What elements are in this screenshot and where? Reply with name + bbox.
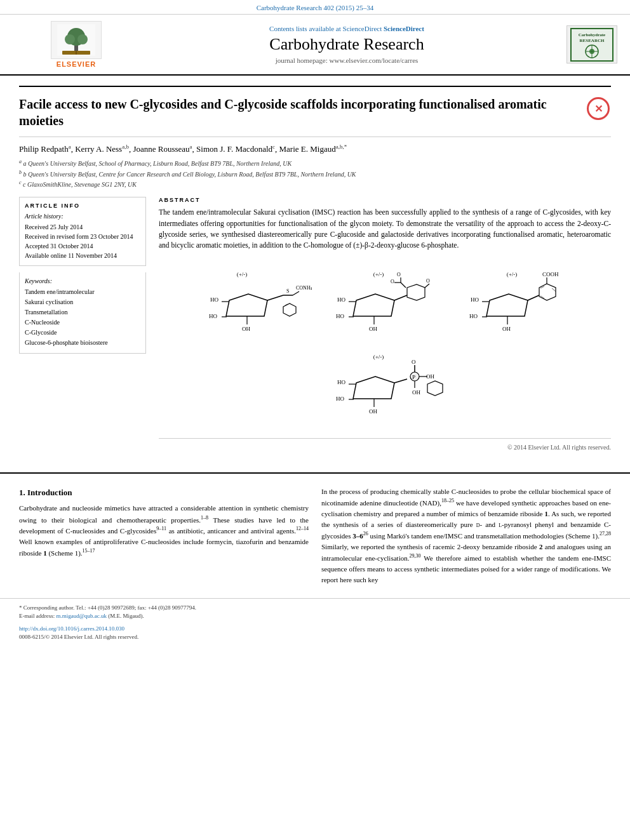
svg-text:OH: OH (369, 326, 377, 332)
journal-citation: Carbohydrate Research 402 (2015) 25–34 (257, 4, 374, 11)
email-label: E-mail address: (19, 613, 55, 619)
affil-text-a: a Queen's University Belfast, School of … (23, 161, 292, 168)
article-info-column: ARTICLE INFO Article history: Received 2… (19, 197, 146, 456)
journal-title: Carbohydrate Research (140, 35, 554, 54)
affil-ab: a,b (122, 143, 129, 150)
svg-line-45 (425, 284, 429, 288)
sup-c: c (19, 180, 22, 185)
affiliation-a: a a Queen's University Belfast, School o… (19, 158, 611, 168)
structure-3: (+/-) HO HO OH (455, 267, 582, 343)
sciencedirect-text: Contents lists available at ScienceDirec… (140, 25, 554, 32)
svg-text:OH: OH (502, 326, 511, 332)
svg-text:O: O (391, 279, 394, 284)
article-info-abstract-layout: ARTICLE INFO Article history: Received 2… (19, 197, 611, 456)
affiliation-c: c c GlaxoSmithKline, Stevenage SG1 2NY, … (19, 179, 611, 189)
affil-c: c (272, 143, 275, 150)
abstract-header: ABSTRACT (159, 197, 611, 203)
journal-homepage: journal homepage: www.elsevier.com/locat… (140, 57, 554, 64)
svg-marker-48 (486, 294, 528, 316)
corresponding-note: * Corresponding author. Tel.: +44 (0)28 … (19, 604, 196, 611)
email-link[interactable]: m.migaud@qub.ac.uk (56, 613, 107, 619)
svg-text:(+/-): (+/-) (237, 271, 248, 277)
article-title: Facile access to new C-glycosides and C-… (19, 96, 586, 129)
author-simon: Simon J. F. Macdonald (196, 144, 272, 154)
crossmark-logo[interactable]: ✕ (586, 96, 611, 121)
ref-27-28: 27,28 (600, 531, 611, 537)
svg-text:HO: HO (337, 297, 345, 303)
ref-26: 26 (363, 531, 368, 537)
svg-marker-56 (539, 284, 556, 300)
body-left-col: 1. Introduction Carbohydrate and nucleos… (19, 486, 309, 585)
journal-center-info: Contents lists available at ScienceDirec… (140, 25, 554, 64)
l-text: l (499, 521, 502, 528)
svg-text:HO: HO (469, 313, 478, 319)
svg-line-23 (267, 295, 283, 300)
compound-2: 2 (539, 543, 543, 550)
svg-text:HO: HO (209, 313, 217, 319)
article-info-header: ARTICLE INFO (25, 203, 140, 209)
svg-text:OH: OH (242, 326, 250, 332)
svg-line-58 (552, 288, 556, 291)
article-info-box: ARTICLE INFO Article history: Received 2… (19, 197, 146, 266)
corresponding-star: * (344, 143, 347, 150)
abstract-column: ABSTRACT The tandem ene/intramolecular S… (159, 197, 611, 456)
abstract-section: ABSTRACT The tandem ene/intramolecular S… (159, 197, 611, 251)
structure-4: (+/-) HO HO OH P OH (321, 349, 448, 425)
kw-cglycoside: C-Glycoside (25, 328, 140, 338)
author-joanne: Joanne Rousseau (133, 144, 189, 154)
ref-12-14: 12–14 (296, 526, 309, 531)
svg-text:O: O (397, 272, 401, 277)
elsevier-logo: ELSEVIER (13, 21, 140, 68)
history-received: Received 25 July 2014 (25, 222, 140, 232)
svg-text:HO: HO (336, 396, 344, 402)
ref-29-30: 29,30 (409, 553, 420, 559)
svg-marker-16 (226, 294, 267, 316)
elsevier-brand-text: ELSEVIER (57, 60, 96, 68)
svg-point-3 (65, 34, 75, 44)
affil-a: a (69, 143, 71, 150)
cr-logo-svg: Carbohydrate RESEARCH (570, 27, 614, 62)
kw-transmetallation: Transmetallation (25, 307, 140, 317)
footer: * Corresponding author. Tel.: +44 (0)28 … (0, 598, 630, 647)
svg-text:P: P (412, 374, 415, 380)
affil-text-c: c GlaxoSmithKline, Stevenage SG1 2NY, UK (23, 181, 137, 188)
kw-sakurai: Sakurai cyclisation (25, 297, 140, 307)
svg-text:(+/-): (+/-) (373, 354, 384, 360)
keywords-box: Keywords: Tandem ene/intramolecular Saku… (19, 272, 146, 354)
doi-footnote: http://dx.doi.org/10.1016/j.carres.2014.… (19, 625, 611, 634)
compounds-3-6: 3–6 (352, 532, 363, 540)
svg-line-40 (401, 283, 406, 288)
author-kerry: Kerry A. Ness (75, 144, 122, 154)
email-person: (M.E. Migaud). (108, 613, 144, 619)
history-accepted: Accepted 31 October 2014 (25, 241, 140, 251)
structure-3-svg: (+/-) HO HO OH (458, 269, 579, 342)
svg-text:OH: OH (426, 373, 434, 380)
history-revised: Received in revised form 23 October 2014 (25, 232, 140, 241)
compound-1b: 1 (544, 510, 548, 517)
ref-18-25: 18–25 (441, 498, 454, 503)
affil-a2: a (190, 143, 192, 150)
sup-b: b (19, 170, 22, 175)
email-footnote: E-mail address: m.migaud@qub.ac.uk (M.E.… (19, 612, 611, 621)
paper-body: 1. Introduction Carbohydrate and nucleos… (0, 480, 630, 597)
authors-line: Philip Redpatha, Kerry A. Nessa,b, Joann… (19, 143, 611, 154)
svg-line-70 (394, 379, 407, 383)
doi-link[interactable]: http://dx.doi.org/10.1016/j.carres.2014.… (19, 625, 124, 632)
svg-text:CONH₂: CONH₂ (296, 285, 312, 291)
keywords-label: Keywords: (25, 277, 140, 284)
svg-text:OH: OH (369, 408, 377, 415)
affil-text-b: b Queen's University Belfast, Centre for… (23, 171, 356, 178)
kw-tandem: Tandem ene/intramolecular (25, 287, 140, 297)
history-available-online: Available online 11 November 2014 (25, 251, 140, 260)
sciencedirect-brand[interactable]: ScienceDirect (384, 25, 424, 32)
journal-header: ELSEVIER Contents lists available at Sci… (0, 15, 630, 76)
structure-2: (+/-) HO HO OH (321, 267, 448, 343)
structure-1: (+/-) HO HO OH (188, 267, 315, 343)
copyright-notice: © 2014 Elsevier Ltd. All rights reserved… (159, 438, 611, 456)
abstract-text: The tandem ene/intramolecular Sakurai cy… (159, 207, 611, 251)
svg-text:HO: HO (337, 379, 345, 385)
article-title-section: Facile access to new C-glycosides and C-… (19, 86, 611, 137)
ref-9-11: 9–11 (156, 526, 166, 531)
structure-2-svg: (+/-) HO HO OH (325, 269, 445, 342)
svg-text:S: S (286, 288, 289, 294)
